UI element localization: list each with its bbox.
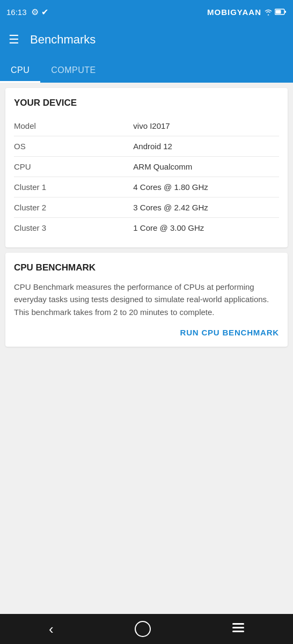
label-cluster3: Cluster 3	[14, 223, 133, 232]
status-right: MOBIGYAAN	[207, 8, 287, 17]
tab-bar: CPU COMPUTE	[0, 56, 293, 83]
check-icon: ✔	[41, 7, 48, 17]
value-model: vivo I2017	[133, 121, 279, 130]
back-button[interactable]: ‹	[33, 616, 70, 643]
table-row: Cluster 2 3 Cores @ 2.42 GHz	[14, 197, 279, 218]
benchmark-card-title: CPU BENCHMARK	[14, 262, 279, 273]
bottom-nav: ‹	[0, 614, 293, 644]
run-cpu-benchmark-button[interactable]: RUN CPU BENCHMARK	[180, 328, 279, 337]
table-row: CPU ARM Qualcomm	[14, 157, 279, 177]
battery-icon	[275, 9, 287, 15]
label-cluster2: Cluster 2	[14, 203, 133, 212]
table-row: OS Android 12	[14, 136, 279, 157]
tab-compute[interactable]: COMPUTE	[40, 60, 107, 83]
app-title: Benchmarks	[30, 33, 96, 47]
tab-cpu[interactable]: CPU	[0, 60, 40, 83]
home-button[interactable]	[135, 621, 151, 637]
value-os: Android 12	[133, 142, 279, 151]
svg-rect-5	[232, 631, 244, 632]
table-row: Cluster 3 1 Core @ 3.00 GHz	[14, 218, 279, 238]
svg-rect-2	[276, 10, 281, 14]
recent-apps-button[interactable]	[216, 617, 260, 641]
hamburger-icon[interactable]: ☰	[9, 33, 19, 47]
svg-rect-4	[232, 627, 244, 628]
svg-rect-1	[285, 11, 287, 13]
value-cpu: ARM Qualcomm	[133, 162, 279, 171]
status-time: 16:13	[6, 8, 27, 17]
recent-apps-icon	[232, 623, 244, 633]
device-card-title: YOUR DEVICE	[14, 98, 279, 108]
label-cpu: CPU	[14, 162, 133, 171]
app-bar: ☰ Benchmarks	[0, 24, 293, 56]
benchmark-card: CPU BENCHMARK CPU Benchmark measures the…	[5, 253, 288, 347]
main-content: YOUR DEVICE Model vivo I2017 OS Android …	[0, 83, 293, 352]
value-cluster3: 1 Core @ 3.00 GHz	[133, 223, 279, 232]
benchmark-description: CPU Benchmark measures the performance o…	[14, 281, 279, 318]
label-cluster1: Cluster 1	[14, 182, 133, 192]
run-button-container: RUN CPU BENCHMARK	[14, 328, 279, 337]
table-row: Cluster 1 4 Cores @ 1.80 GHz	[14, 177, 279, 197]
status-left: 16:13 ⚙ ✔	[6, 7, 48, 17]
label-os: OS	[14, 142, 133, 151]
brand-text: MOBIGYAAN	[207, 8, 261, 17]
status-bar: 16:13 ⚙ ✔ MOBIGYAAN	[0, 0, 293, 24]
value-cluster2: 3 Cores @ 2.42 GHz	[133, 203, 279, 212]
signal-icons	[263, 8, 287, 16]
svg-rect-3	[232, 623, 244, 625]
value-cluster1: 4 Cores @ 1.80 GHz	[133, 182, 279, 192]
label-model: Model	[14, 121, 133, 130]
device-card: YOUR DEVICE Model vivo I2017 OS Android …	[5, 88, 288, 247]
table-row: Model vivo I2017	[14, 116, 279, 136]
wifi-icon	[263, 8, 273, 16]
gear-icon: ⚙	[31, 7, 39, 17]
status-icons: ⚙ ✔	[31, 7, 48, 17]
